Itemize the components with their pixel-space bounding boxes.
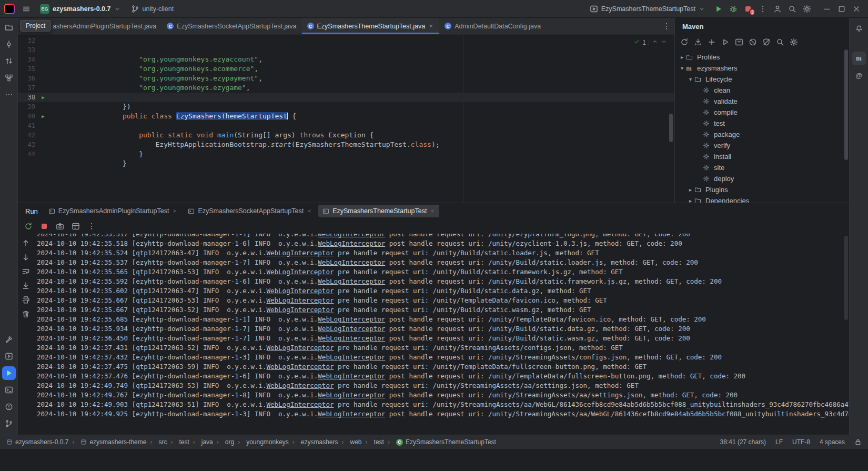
prev-problem-icon[interactable]	[652, 38, 658, 47]
breadcrumb-item[interactable]: ezysmashers	[289, 438, 338, 446]
structure-icon[interactable]	[2, 71, 16, 85]
maven-tree-item[interactable]: deploy	[675, 173, 849, 184]
maven-tree-item[interactable]: Profiles	[675, 52, 849, 63]
debug-button[interactable]	[726, 2, 741, 16]
main-menu-icon[interactable]	[19, 2, 34, 16]
search-goal-icon[interactable]	[774, 36, 786, 48]
console-output[interactable]: 2024-10-10 19:42:35.517 [ezyhttp-downloa…	[34, 234, 849, 435]
scroll-to-end-icon[interactable]	[20, 280, 32, 291]
logger-link[interactable]: WebLogInterceptor	[318, 391, 385, 399]
indent-indicator[interactable]: 4 spaces	[820, 438, 845, 446]
maven-tree-item[interactable]: Dependencies	[675, 195, 849, 203]
user-icon[interactable]	[770, 2, 785, 16]
rerun-icon[interactable]	[22, 221, 35, 232]
close-run-tab-icon[interactable]	[172, 208, 177, 214]
scroll-up-icon[interactable]	[20, 238, 32, 248]
logger-link[interactable]: WebLogInterceptor	[318, 334, 385, 342]
settings-icon[interactable]	[800, 2, 814, 16]
run-button[interactable]	[711, 2, 726, 16]
more-options-icon[interactable]	[85, 221, 98, 232]
maven-tree-item[interactable]: Plugins	[675, 184, 849, 195]
logger-link[interactable]: WebLogInterceptor	[267, 363, 334, 370]
editor-tab[interactable]: C EzySmashersThemeStartupTest.java	[302, 18, 440, 34]
restore-layout-icon[interactable]	[69, 221, 82, 232]
logger-link[interactable]: WebLogInterceptor	[267, 296, 334, 304]
tree-chevron-icon[interactable]	[687, 198, 694, 203]
maven-tree-item[interactable]: m ezysmashers	[675, 63, 849, 74]
logger-link[interactable]: WebLogInterceptor	[267, 306, 334, 314]
more-tool-windows-icon[interactable]	[2, 88, 16, 102]
close-tab-icon[interactable]	[428, 23, 434, 29]
maven-tree-item[interactable]: test	[675, 118, 849, 129]
maven-tree-item[interactable]: install	[675, 151, 849, 162]
run-line-icon[interactable]	[38, 112, 48, 121]
tree-chevron-icon[interactable]	[687, 76, 694, 82]
logger-link[interactable]: WebLogInterceptor	[318, 325, 385, 333]
breadcrumb-item[interactable]: java	[189, 438, 213, 446]
terminal-icon[interactable]	[2, 383, 16, 397]
caret-position[interactable]: 38:41 (27 chars)	[720, 438, 766, 446]
pull-requests-icon[interactable]	[2, 54, 16, 68]
maven-tree-item[interactable]: compile	[675, 107, 849, 118]
breadcrumb-item[interactable]: C EzySmashersThemeStartupTest	[384, 438, 496, 446]
branch-widget[interactable]: unity-client	[127, 2, 178, 16]
project-widget[interactable]: EG ezysmashers-0.0.7	[36, 2, 125, 16]
soft-wrap-icon[interactable]	[20, 266, 32, 277]
stop-button[interactable]: 3	[741, 2, 755, 16]
close-icon[interactable]	[849, 2, 864, 16]
endpoints-icon[interactable]: @	[852, 68, 866, 82]
project-icon[interactable]	[2, 21, 16, 34]
maximize-icon[interactable]	[834, 2, 849, 16]
logger-link[interactable]: WebLogInterceptor	[318, 315, 385, 323]
build-icon[interactable]	[2, 333, 16, 346]
search-icon[interactable]	[785, 2, 800, 16]
inspections-widget[interactable]: 1	[633, 38, 667, 47]
tree-chevron-icon[interactable]	[678, 54, 686, 60]
console-scrollbar[interactable]	[844, 236, 848, 320]
services-icon[interactable]	[2, 349, 16, 363]
logger-link[interactable]: WebLogInterceptor	[267, 382, 334, 389]
stop-icon[interactable]	[38, 221, 51, 232]
skip-tests-icon[interactable]	[760, 36, 773, 48]
maven-tree-item[interactable]: Lifecycle	[675, 74, 849, 85]
maven-tree-item[interactable]: site	[675, 162, 849, 173]
clear-console-icon[interactable]	[20, 309, 32, 319]
commit-icon[interactable]	[2, 37, 16, 51]
tab-options-icon[interactable]	[659, 18, 674, 34]
logger-link[interactable]: WebLogInterceptor	[318, 372, 385, 380]
next-problem-icon[interactable]	[661, 38, 667, 47]
logger-link[interactable]: WebLogInterceptor	[267, 249, 334, 257]
reload-maven-icon[interactable]	[678, 36, 691, 48]
breadcrumb-item[interactable]: youngmonkeys	[234, 438, 289, 446]
run-maven-goal-icon[interactable]	[719, 36, 732, 48]
editor-tab[interactable]: C EzySmashersSocketAppStartupTest.java	[162, 18, 301, 34]
add-maven-project-icon[interactable]	[705, 36, 718, 48]
print-icon[interactable]	[20, 295, 32, 305]
maven-tree-item[interactable]: validate	[675, 96, 849, 107]
maven-icon[interactable]: m	[852, 52, 866, 65]
breadcrumb-item[interactable]: ezysmashers-0.0.7	[6, 438, 68, 446]
breadcrumb-item[interactable]: ezysmashers-theme	[68, 438, 146, 446]
run-line-icon[interactable]	[38, 93, 48, 102]
close-run-tab-icon[interactable]	[430, 208, 435, 214]
run-tab[interactable]: EzySmashersSocketAppStartupTest	[184, 205, 316, 217]
run-tab[interactable]: EzySmashersThemeStartupTest	[318, 205, 439, 217]
logger-link[interactable]: WebLogInterceptor	[318, 410, 385, 418]
maven-settings-icon[interactable]	[788, 36, 800, 48]
minimize-icon[interactable]	[820, 2, 834, 16]
close-run-tab-icon[interactable]	[307, 208, 312, 214]
offline-mode-icon[interactable]	[746, 36, 759, 48]
version-control-icon[interactable]	[2, 417, 16, 430]
file-encoding-indicator[interactable]: UTF-8	[792, 438, 810, 446]
breadcrumb-item[interactable]: web	[338, 438, 362, 446]
scroll-down-icon[interactable]	[20, 252, 32, 263]
run-config-widget[interactable]: EzySmashersThemeStartupTest	[586, 2, 709, 16]
logger-link[interactable]: WebLogInterceptor	[267, 400, 334, 408]
run-tab[interactable]: EzySmashersAdminPluginStartupTest	[44, 205, 182, 217]
line-separator-indicator[interactable]: LF	[775, 438, 783, 446]
problems-icon[interactable]	[2, 400, 16, 414]
breadcrumb-item[interactable]: test	[362, 438, 384, 446]
tree-chevron-icon[interactable]	[687, 187, 694, 193]
dump-threads-icon[interactable]	[54, 221, 66, 232]
notifications-icon[interactable]	[852, 21, 866, 35]
